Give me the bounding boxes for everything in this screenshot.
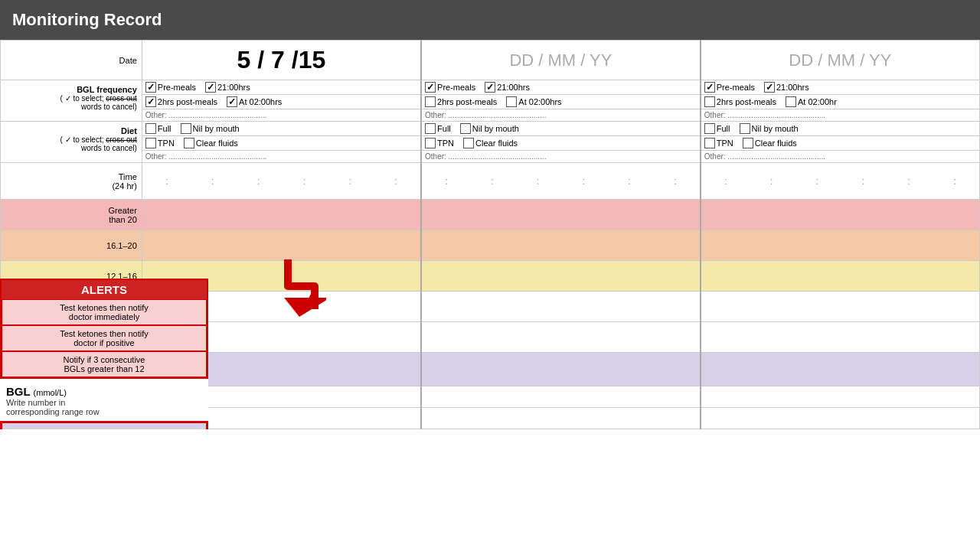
at0200-checkbox-c1[interactable] bbox=[227, 96, 237, 107]
range-12-16-c3[interactable] bbox=[701, 261, 980, 292]
nil-by-mouth-cb-c2[interactable]: Nil by mouth bbox=[460, 123, 519, 134]
diet-c2r2: TPN Clear fluids bbox=[421, 136, 701, 151]
full-cb-c1[interactable]: Full bbox=[145, 123, 172, 134]
diet-other-c3[interactable]: Other: .................................… bbox=[701, 151, 980, 163]
clear-fluids-checkbox-c1[interactable] bbox=[184, 138, 194, 148]
at0200-cb-c2[interactable]: At 02:00hrs bbox=[506, 96, 561, 107]
tpn-checkbox-c1[interactable] bbox=[145, 138, 156, 148]
range-16-20-c2[interactable] bbox=[421, 230, 701, 261]
date-col2[interactable]: DD / MM / YY bbox=[421, 41, 701, 80]
diet-c3r1: Full Nil by mouth bbox=[701, 122, 980, 136]
range-4-8-c2[interactable] bbox=[421, 322, 701, 353]
time-slot-c3-1[interactable]: : bbox=[724, 175, 727, 187]
nil-by-mouth-cb-c3[interactable]: Nil by mouth bbox=[740, 123, 799, 134]
clear-fluids-checkbox-c3[interactable] bbox=[743, 138, 753, 148]
pre-meals-cb-c1[interactable]: Pre-meals bbox=[145, 82, 196, 93]
bgl-freq-other-c1[interactable]: Other: .................................… bbox=[142, 109, 421, 122]
full-cb-c3[interactable]: Full bbox=[704, 123, 730, 134]
at0200-cb-c3[interactable]: At 02:00hr bbox=[786, 96, 837, 107]
range-8-12-c3[interactable] bbox=[701, 292, 980, 322]
tpn-cb-c3[interactable]: TPN bbox=[704, 138, 733, 148]
post2hrs-cb-c2[interactable]: 2hrs post-meals bbox=[425, 96, 497, 107]
hypogly-c2[interactable] bbox=[421, 386, 701, 408]
tpn-checkbox-c3[interactable] bbox=[704, 138, 715, 148]
date-col3[interactable]: DD / MM / YY bbox=[701, 41, 980, 80]
hrs21-checkbox-c1[interactable] bbox=[205, 82, 216, 93]
at0200-cb-c1[interactable]: At 02:00hrs bbox=[227, 96, 282, 107]
time-slot-c3-3[interactable]: : bbox=[816, 175, 819, 187]
time-slot-c2-1[interactable]: : bbox=[445, 175, 448, 187]
pre-meals-checkbox-c3[interactable] bbox=[704, 82, 715, 93]
hrs21-cb-c1[interactable]: 21:00hrs bbox=[205, 82, 250, 93]
post2hrs-checkbox-c3[interactable] bbox=[704, 96, 715, 107]
clear-fluids-cb-c1[interactable]: Clear fluids bbox=[184, 138, 238, 148]
post2hrs-cb-c1[interactable]: 2hrs post-meals bbox=[145, 96, 217, 107]
time-slot-c3-2[interactable]: : bbox=[770, 175, 773, 187]
tpn-cb-c2[interactable]: TPN bbox=[425, 138, 454, 148]
hrs21-cb-c3[interactable]: 21:00hrs bbox=[764, 82, 809, 93]
pre-meals-cb-c2[interactable]: Pre-meals bbox=[425, 82, 475, 93]
nil-by-mouth-checkbox-c3[interactable] bbox=[740, 123, 750, 134]
clear-fluids-cb-c2[interactable]: Clear fluids bbox=[463, 138, 518, 148]
pre-meals-cb-c3[interactable]: Pre-meals bbox=[704, 82, 755, 93]
ketones-c3[interactable] bbox=[701, 408, 980, 429]
diet-other-c1[interactable]: Other: .................................… bbox=[142, 151, 421, 163]
nil-by-mouth-checkbox-c2[interactable] bbox=[460, 123, 471, 134]
hrs21-checkbox-c2[interactable] bbox=[485, 82, 495, 93]
at0200-checkbox-c3[interactable] bbox=[786, 96, 796, 107]
full-cb-c2[interactable]: Full bbox=[425, 123, 451, 134]
time-slot-c3-4[interactable]: : bbox=[861, 175, 864, 187]
hrs21-checkbox-c3[interactable] bbox=[764, 82, 775, 93]
clear-fluids-checkbox-c2[interactable] bbox=[463, 138, 474, 148]
time-slot-c3-6[interactable]: : bbox=[953, 175, 956, 187]
range-12-16-c2[interactable] bbox=[421, 261, 701, 292]
time-slot-c2-4[interactable]: : bbox=[582, 175, 585, 187]
bgl-freq-other-c2[interactable]: Other: .................................… bbox=[421, 109, 701, 122]
range-4-8-c3[interactable] bbox=[701, 322, 980, 353]
pre-meals-checkbox-c2[interactable] bbox=[425, 82, 436, 93]
range-lt4-c2[interactable] bbox=[421, 353, 701, 386]
range-gt20-c2[interactable] bbox=[421, 200, 701, 230]
post2hrs-checkbox-c1[interactable] bbox=[145, 96, 156, 107]
range-16-20-c1[interactable] bbox=[142, 230, 421, 261]
full-checkbox-c2[interactable] bbox=[425, 123, 436, 134]
range-gt20-c1[interactable] bbox=[142, 200, 421, 230]
hrs21-cb-c2[interactable]: 21:00hrs bbox=[485, 82, 530, 93]
page-title: Monitoring Record bbox=[12, 10, 162, 30]
full-checkbox-c3[interactable] bbox=[704, 123, 715, 134]
nil-by-mouth-checkbox-c1[interactable] bbox=[181, 123, 191, 134]
time-slot-c1-5[interactable]: : bbox=[348, 175, 351, 187]
bgl-freq-title: BGL frequency bbox=[5, 85, 137, 94]
time-slot-c2-5[interactable]: : bbox=[628, 175, 631, 187]
range-gt20-c3[interactable] bbox=[701, 200, 980, 230]
alert-item-3: Notify if 3 consecutiveBGLs greater than… bbox=[2, 351, 207, 377]
nil-by-mouth-cb-c1[interactable]: Nil by mouth bbox=[181, 123, 240, 134]
at0200-checkbox-c2[interactable] bbox=[506, 96, 517, 107]
time-slot-c1-1[interactable]: : bbox=[165, 175, 168, 187]
pre-meals-checkbox-c1[interactable] bbox=[145, 82, 156, 93]
time-slot-c2-2[interactable]: : bbox=[491, 175, 494, 187]
post2hrs-checkbox-c2[interactable] bbox=[425, 96, 436, 107]
diet-other-c2[interactable]: Other: .................................… bbox=[421, 151, 701, 163]
time-slot-c1-3[interactable]: : bbox=[257, 175, 260, 187]
diet-row3: Other: .................................… bbox=[1, 151, 980, 163]
time-slot-c2-3[interactable]: : bbox=[537, 175, 540, 187]
nil-by-mouth-label-c3: Nil by mouth bbox=[752, 124, 799, 133]
hypogly-c3[interactable] bbox=[701, 386, 980, 408]
range-8-12-c2[interactable] bbox=[421, 292, 701, 322]
time-slot-c1-2[interactable]: : bbox=[211, 175, 214, 187]
tpn-checkbox-c2[interactable] bbox=[425, 138, 436, 148]
full-checkbox-c1[interactable] bbox=[145, 123, 156, 134]
date-col1[interactable]: 5 / 7 /15 bbox=[142, 41, 421, 80]
post2hrs-cb-c3[interactable]: 2hrs post-meals bbox=[704, 96, 776, 107]
time-slot-c1-6[interactable]: : bbox=[394, 175, 397, 187]
ketones-c2[interactable] bbox=[421, 408, 701, 429]
time-slot-c1-4[interactable]: : bbox=[303, 175, 306, 187]
range-16-20-c3[interactable] bbox=[701, 230, 980, 261]
range-lt4-c3[interactable] bbox=[701, 353, 980, 386]
time-slot-c3-5[interactable]: : bbox=[907, 175, 910, 187]
clear-fluids-cb-c3[interactable]: Clear fluids bbox=[743, 138, 797, 148]
bgl-freq-other-c3[interactable]: Other: .................................… bbox=[701, 109, 980, 122]
time-slot-c2-6[interactable]: : bbox=[674, 175, 677, 187]
tpn-cb-c1[interactable]: TPN bbox=[145, 138, 175, 148]
